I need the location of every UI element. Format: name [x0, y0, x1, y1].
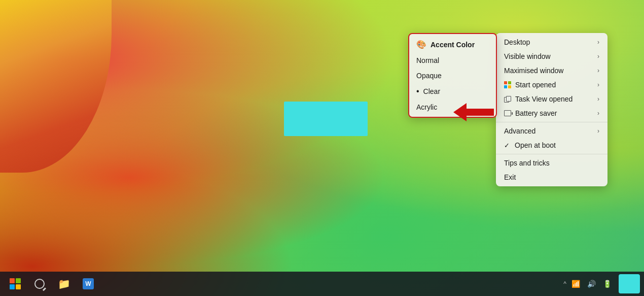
arrow-body — [467, 109, 494, 116]
accent-color-icon: 🎨 — [416, 40, 426, 49]
advanced-arrow: › — [597, 127, 599, 135]
advanced-label: Advanced — [504, 127, 535, 135]
battery-icon[interactable]: 🔋 — [601, 279, 614, 289]
battery-saver-arrow: › — [597, 110, 599, 117]
start-icon — [504, 81, 511, 88]
main-context-menu: Desktop › Visible window › Maximised win… — [496, 33, 607, 186]
menu-item-desktop[interactable]: Desktop › — [496, 35, 607, 49]
taskview-icon — [504, 96, 511, 102]
accent-color-title: Accent Color — [431, 41, 475, 49]
tips-label: Tips and tricks — [504, 159, 550, 167]
menu-item-start-opened[interactable]: Start opened › — [496, 78, 607, 92]
menu-item-maximised-window[interactable]: Maximised window › — [496, 63, 607, 78]
clear-bullet: • — [416, 87, 419, 96]
word-button[interactable]: W — [77, 273, 99, 295]
separator-1 — [496, 122, 607, 122]
desktop-arrow: › — [597, 39, 599, 46]
sticky-note — [284, 102, 368, 136]
menu-item-open-at-boot[interactable]: ✓ Open at boot — [496, 138, 607, 152]
clear-label: Clear — [423, 87, 440, 95]
red-arrow-indicator — [453, 104, 494, 120]
submenu-item-clear[interactable]: • Clear — [409, 83, 496, 100]
start-button[interactable] — [4, 273, 26, 295]
menu-item-visible-window[interactable]: Visible window › — [496, 49, 607, 63]
file-explorer-button[interactable]: 📁 — [53, 273, 75, 295]
menu-item-battery-saver[interactable]: Battery saver › — [496, 106, 607, 120]
battery-saver-icon — [504, 110, 511, 116]
menu-item-exit[interactable]: Exit — [496, 170, 607, 184]
start-opened-arrow: › — [597, 81, 599, 88]
visible-window-label: Visible window — [504, 52, 551, 60]
maximised-window-label: Maximised window — [504, 67, 563, 75]
task-view-arrow: › — [597, 95, 599, 103]
search-button[interactable] — [28, 273, 51, 295]
acrylic-label: Acrylic — [416, 103, 437, 111]
submenu-item-normal[interactable]: Normal — [409, 53, 496, 68]
opaque-label: Opaque — [416, 72, 442, 80]
visible-window-arrow: › — [597, 53, 599, 60]
maximised-window-arrow: › — [597, 67, 599, 74]
tray-chevron-icon[interactable]: ^ — [563, 280, 566, 287]
wifi-icon[interactable]: 📶 — [569, 279, 582, 289]
volume-icon[interactable]: 🔊 — [585, 279, 598, 289]
start-opened-label: Start opened — [515, 81, 556, 89]
menu-item-task-view[interactable]: Task View opened › — [496, 92, 607, 106]
open-at-boot-label: Open at boot — [515, 141, 556, 149]
windows-logo-icon — [10, 278, 21, 289]
task-view-label: Task View opened — [515, 95, 573, 103]
separator-2 — [496, 154, 607, 154]
desktop-label: Desktop — [504, 38, 530, 46]
taskbar: 📁 W ^ 📶 🔊 🔋 — [0, 272, 644, 296]
battery-saver-label: Battery saver — [515, 109, 557, 117]
taskbar-right: ^ 📶 🔊 🔋 — [563, 274, 644, 293]
menu-item-tips[interactable]: Tips and tricks — [496, 156, 607, 170]
folder-icon: 📁 — [58, 278, 70, 290]
menu-item-advanced[interactable]: Advanced › — [496, 124, 607, 138]
normal-label: Normal — [416, 56, 439, 64]
accent-color-header[interactable]: 🎨 Accent Color — [409, 36, 496, 53]
taskbar-left: 📁 W — [0, 273, 99, 295]
submenu-item-opaque[interactable]: Opaque — [409, 68, 496, 83]
exit-label: Exit — [504, 173, 516, 181]
search-icon — [34, 279, 45, 289]
active-app-tile[interactable] — [619, 274, 640, 293]
word-icon: W — [83, 278, 94, 289]
arrow-head — [453, 103, 467, 121]
open-at-boot-check: ✓ — [504, 142, 510, 149]
